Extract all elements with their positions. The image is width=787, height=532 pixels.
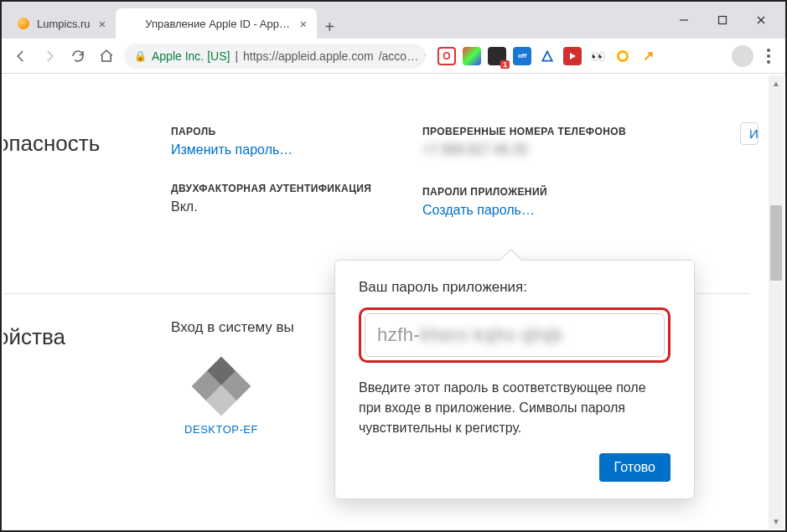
app-password-popover: Ваш пароль приложения: hzfh-khero kqho q…	[334, 260, 695, 499]
section-heading-devices: ойства	[3, 324, 171, 350]
password-label: ПАРОЛЬ	[171, 126, 422, 137]
app-passwords-label: ПАРОЛИ ПРИЛОЖЕНИЙ	[422, 186, 750, 198]
eyes-ext-icon[interactable]: 👀	[588, 47, 607, 65]
color-ext-icon[interactable]	[463, 47, 481, 65]
reload-button[interactable]	[67, 45, 89, 67]
device-card[interactable]: DESKTOP-EF	[171, 361, 272, 436]
browser-menu-button[interactable]	[760, 49, 777, 64]
svg-marker-5	[570, 53, 576, 59]
app-password-field[interactable]: hzfh-khero kqho qhqk	[365, 313, 665, 357]
maximize-button[interactable]	[703, 8, 742, 33]
section-heading-security: опасность	[3, 131, 171, 157]
page-viewport: опасность ПАРОЛЬ Изменить пароль… ДВУХФА…	[3, 75, 784, 529]
opera-ext-icon[interactable]: O	[438, 47, 456, 65]
trusted-numbers-label: ПРОВЕРЕННЫЕ НОМЕРА ТЕЛЕФОНОВ	[422, 126, 750, 137]
edit-button[interactable]: И	[740, 122, 759, 145]
play-ext-icon[interactable]	[563, 47, 582, 65]
new-tab-button[interactable]: +	[317, 18, 342, 39]
fox-ext-icon[interactable]: ↗	[639, 47, 657, 65]
tab-strip: Lumpics.ru × Управление Apple ID - Apple…	[2, 2, 660, 39]
minimize-button[interactable]	[665, 8, 703, 33]
triangle-ext-icon[interactable]	[538, 47, 557, 65]
create-app-password-link[interactable]: Создать пароль…	[422, 203, 750, 218]
home-button[interactable]	[96, 45, 117, 67]
device-name: DESKTOP-EF	[171, 423, 272, 436]
scroll-up-icon[interactable]: ▲	[769, 75, 784, 90]
vertical-scrollbar[interactable]: ▲ ▼	[769, 75, 784, 529]
close-icon[interactable]: ×	[300, 17, 308, 31]
browser-toolbar: 🔒 Apple Inc. [US] | https://appleid.appl…	[2, 39, 785, 74]
popover-title: Ваш пароль приложения:	[359, 279, 671, 296]
scroll-down-icon[interactable]: ▼	[769, 514, 784, 529]
tab-lumpics[interactable]: Lumpics.ru ×	[7, 8, 116, 39]
address-url-path: /acco…	[379, 49, 418, 63]
twofa-value: Вкл.	[171, 199, 422, 214]
favicon-orange-icon	[17, 17, 30, 30]
close-icon[interactable]: ×	[99, 17, 106, 31]
tab-label: Lumpics.ru	[37, 18, 91, 30]
tab-label: Управление Apple ID - Apple (R	[145, 18, 291, 30]
svg-rect-1	[719, 17, 727, 24]
ring-ext-icon[interactable]	[614, 47, 632, 65]
address-origin: Apple Inc. [US]	[152, 49, 230, 63]
back-button[interactable]	[10, 45, 32, 67]
forward-button[interactable]	[39, 45, 60, 67]
profile-avatar[interactable]	[732, 45, 753, 67]
window-controls	[660, 2, 785, 39]
tab-appleid[interactable]: Управление Apple ID - Apple (R ×	[116, 8, 317, 39]
svg-marker-4	[542, 51, 551, 60]
app-password-field-highlight: hzfh-khero kqho qhqk	[359, 307, 671, 363]
address-bar[interactable]: 🔒 Apple Inc. [US] | https://appleid.appl…	[124, 44, 426, 69]
app-password-hidden: khero kqho qhqk	[420, 324, 562, 345]
windows-logo-icon	[196, 361, 246, 411]
window-titlebar: Lumpics.ru × Управление Apple ID - Apple…	[2, 2, 785, 39]
change-password-link[interactable]: Изменить пароль…	[171, 142, 422, 158]
lock-icon: 🔒	[134, 50, 147, 62]
address-url-host: https://appleid.apple.com	[243, 49, 374, 63]
scroll-thumb[interactable]	[770, 205, 782, 281]
popover-help-text: Введите этот пароль в соответствующее по…	[359, 378, 671, 438]
favicon-apple-icon	[126, 17, 138, 30]
done-button[interactable]: Готово	[599, 453, 671, 482]
off-ext-icon[interactable]: off	[513, 47, 531, 65]
app-password-visible: hzfh-	[377, 324, 420, 345]
trusted-number: +7 999 827 48 29	[422, 142, 750, 158]
bookmark-star-icon[interactable]: ☆	[423, 48, 426, 64]
close-window-button[interactable]	[742, 8, 780, 33]
extensions-row: O 1 off 👀 ↗	[438, 47, 657, 65]
adblock-ext-icon[interactable]: 1	[488, 47, 506, 65]
twofa-label: ДВУХФАКТОРНАЯ АУТЕНТИФИКАЦИЯ	[171, 183, 422, 194]
